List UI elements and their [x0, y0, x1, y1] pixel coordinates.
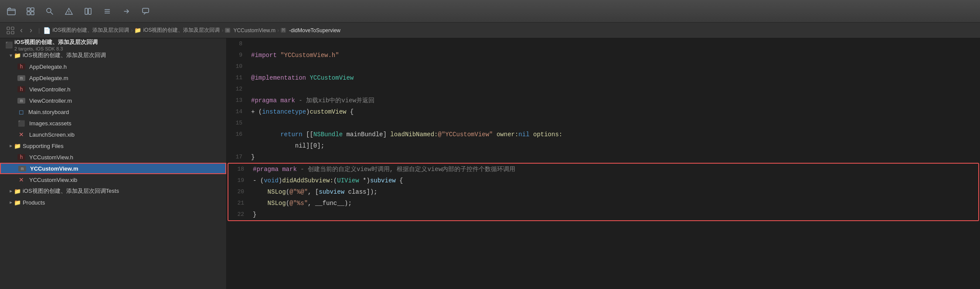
- warning-icon[interactable]: [63, 5, 75, 17]
- toolbar: [0, 0, 980, 23]
- arrow-icon[interactable]: [120, 5, 133, 17]
- breadcrumb-sep-1: ›: [131, 27, 133, 34]
- code-line-10: 10: [227, 61, 980, 72]
- sidebar-label-yccustomview-xib: YCCustomView.xib: [29, 177, 77, 183]
- breadcrumb-sep-2: ›: [221, 27, 223, 34]
- breadcrumb-label-4: -didMoveToSuperview: [289, 27, 340, 34]
- code-line-14: 14 + (instancetype)customView {: [227, 106, 980, 118]
- svg-line-6: [51, 12, 53, 14]
- sidebar-label-viewcontroller-h: ViewController.h: [29, 86, 70, 93]
- project-file-icon: 📄: [43, 27, 51, 34]
- h-file-icon: h: [17, 64, 25, 70]
- grid-icon[interactable]: [24, 5, 37, 17]
- sidebar-item-main-group[interactable]: ▼ 📁 iOS视图的创建、添加及层次回调: [0, 50, 226, 61]
- svg-rect-15: [7, 27, 10, 30]
- breadcrumb-item-1[interactable]: 📄 iOS视图的创建、添加及层次回调: [43, 27, 129, 34]
- m-file-icon-yc: m: [18, 166, 26, 171]
- code-line-22: 22 }: [228, 209, 978, 220]
- folder-open-icon[interactable]: [5, 5, 17, 17]
- sidebar-item-viewcontroller-m[interactable]: m ViewController.m: [0, 95, 226, 106]
- svg-rect-17: [7, 31, 10, 34]
- m-file-icon-vc: m: [17, 98, 25, 104]
- sidebar-item-yccustomview-m[interactable]: m YCCustomView.m: [0, 163, 226, 174]
- svg-rect-16: [11, 27, 14, 30]
- sidebar-label-images-xcassets: Images.xcassets: [29, 120, 71, 127]
- sidebar-label-launchscreen-xib: LaunchScreen.xib: [29, 131, 75, 138]
- back-button[interactable]: ‹: [17, 25, 25, 36]
- sidebar-item-yccustomview-h[interactable]: h YCCustomView.h: [0, 151, 226, 163]
- svg-point-8: [68, 13, 69, 14]
- code-line-16: 16 return [[NSBundle mainBundle] loadNib…: [227, 129, 980, 140]
- diff-icon[interactable]: [82, 5, 94, 17]
- sidebar-item-yccustomview-xib[interactable]: ✕ YCCustomView.xib: [0, 174, 226, 185]
- code-line-17: 17 }: [227, 151, 980, 163]
- triangle-icon-tests: ▼: [8, 189, 13, 193]
- forward-button[interactable]: ›: [27, 25, 35, 36]
- code-line-18: 18 #pragma mark - 创建当前的自定义view时调用, 根据自定义…: [228, 164, 978, 175]
- main-content: ⬛ iOS视图的创建、添加及层次回调 2 targets, iOS SDK 8.…: [0, 38, 980, 289]
- tests-folder-icon: 📁: [14, 188, 21, 195]
- group-folder-icon: 📁: [14, 52, 21, 59]
- m-file-icon-ad: m: [17, 75, 25, 81]
- sidebar-item-tests-group[interactable]: ▼ 📁 iOS视图的创建、添加及层次回调Tests: [0, 185, 226, 197]
- project-root[interactable]: ⬛ iOS视图的创建、添加及层次回调 2 targets, iOS SDK 8.…: [0, 38, 226, 50]
- triangle-icon: ▼: [9, 53, 13, 58]
- breadcrumb-sep-3: ›: [277, 27, 279, 34]
- breadcrumb-item-4[interactable]: M -didMoveToSuperview: [281, 27, 340, 34]
- code-line-12: 12: [227, 84, 980, 95]
- xib-icon-ls: ✕: [17, 131, 25, 138]
- triangle-icon-sf: ▼: [8, 144, 13, 148]
- breadcrumb-item-3[interactable]: m YCCustomView.m: [225, 27, 276, 34]
- svg-rect-1: [27, 8, 30, 11]
- sidebar-label-viewcontroller-m: ViewController.m: [29, 97, 72, 104]
- storyboard-icon: ◻: [17, 108, 25, 115]
- xib-icon-yc: ✕: [17, 176, 25, 183]
- xcassets-icon: ⬛: [17, 120, 25, 127]
- sidebar-item-appdelegate-h[interactable]: h AppDelegate.h: [0, 61, 226, 72]
- sidebar-item-products[interactable]: ▼ 📁 Products: [0, 197, 226, 208]
- sidebar-label-appdelegate-h: AppDelegate.h: [29, 64, 67, 70]
- list-icon[interactable]: [101, 5, 113, 17]
- code-line-8: 8: [227, 38, 980, 50]
- breadcrumb-bar: ‹ › | 📄 iOS视图的创建、添加及层次回调 › 📁 iOS视图的创建、添加…: [0, 23, 980, 38]
- sidebar-item-appdelegate-m[interactable]: m AppDelegate.m: [0, 72, 226, 84]
- svg-rect-18: [11, 31, 14, 34]
- supporting-folder-icon: 📁: [14, 143, 21, 149]
- breadcrumb-item-2[interactable]: 📁 iOS视图的创建、添加及层次回调: [134, 27, 220, 34]
- svg-rect-0: [7, 9, 15, 15]
- code-editor[interactable]: 8 9 #import "YCCustomView.h" 10 11 @impl…: [227, 38, 980, 289]
- sidebar-label-appdelegate-m: AppDelegate.m: [29, 75, 68, 81]
- products-folder-icon: 📁: [14, 199, 21, 206]
- sidebar-item-launchscreen-xib[interactable]: ✕ LaunchScreen.xib: [0, 129, 226, 140]
- triangle-icon-products: ▼: [8, 200, 13, 205]
- h-file-icon-vc: h: [17, 86, 25, 92]
- h-file-icon-yc: h: [17, 154, 25, 160]
- sidebar-label-supporting-files: Supporting Files: [23, 143, 64, 149]
- code-line-15: 15: [227, 118, 980, 129]
- sidebar-label-yccustomview-m: YCCustomView.m: [30, 165, 78, 172]
- code-line-13: 13 #pragma mark - 加载xib中的view并返回: [227, 95, 980, 106]
- folder-icon-bc2: 📁: [134, 27, 141, 34]
- search-icon[interactable]: [44, 5, 56, 17]
- code-content: 8 9 #import "YCCustomView.h" 10 11 @impl…: [227, 38, 980, 289]
- sidebar-label-main-storyboard: Main.storyboard: [28, 109, 69, 115]
- highlight-block: 18 #pragma mark - 创建当前的自定义view时调用, 根据自定义…: [228, 163, 979, 221]
- sidebar-item-viewcontroller-h[interactable]: h ViewController.h: [0, 84, 226, 95]
- svg-rect-4: [31, 12, 34, 15]
- project-icon: ⬛: [5, 41, 13, 48]
- sidebar-label-products: Products: [23, 199, 45, 206]
- sidebar-item-images-xcassets[interactable]: ⬛ Images.xcassets: [0, 118, 226, 129]
- breadcrumb-navigation: ‹ › | 📄 iOS视图的创建、添加及层次回调 › 📁 iOS视图的创建、添加…: [5, 25, 340, 36]
- svg-rect-3: [27, 12, 30, 15]
- code-line-21: 21 NSLog(@"%s", __func__);: [228, 198, 978, 209]
- comment-icon[interactable]: [140, 5, 152, 17]
- grid-small-icon[interactable]: [5, 25, 16, 36]
- method-icon-bc: M: [281, 28, 286, 33]
- code-line-19: 19 - (void)didAddSubview:(UIView *)subvi…: [228, 175, 978, 186]
- breadcrumb-label-1: iOS视图的创建、添加及层次回调: [52, 27, 129, 34]
- sidebar-item-main-storyboard[interactable]: ◻ Main.storyboard: [0, 106, 226, 118]
- svg-rect-10: [88, 8, 91, 14]
- sidebar-group-label: iOS视图的创建、添加及层次回调: [23, 51, 106, 59]
- project-sublabel: 2 targets, iOS SDK 8.3: [14, 46, 98, 51]
- sidebar-item-supporting-files[interactable]: ▼ 📁 Supporting Files: [0, 140, 226, 151]
